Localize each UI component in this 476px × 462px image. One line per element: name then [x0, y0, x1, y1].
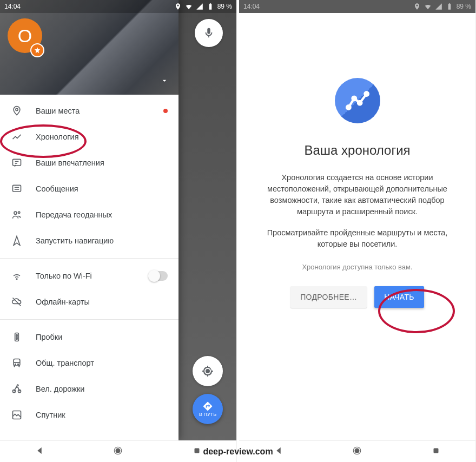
- my-location-button[interactable]: [193, 356, 223, 386]
- home-button[interactable]: [352, 446, 362, 458]
- wifi-icon: [424, 3, 432, 10]
- back-button[interactable]: [35, 446, 44, 458]
- train-icon: [11, 358, 23, 368]
- mic-icon: [203, 27, 215, 39]
- onboarding-body-2: Просматривайте пройденные маршруты и мес…: [255, 227, 459, 250]
- watermark: deep-review.com: [203, 447, 273, 457]
- svg-rect-1: [13, 159, 21, 166]
- onboarding-title: Ваша хронология: [304, 143, 410, 158]
- pin-icon: [11, 105, 23, 116]
- svg-point-25: [365, 92, 368, 96]
- svg-point-4: [18, 212, 20, 213]
- menu-location-sharing[interactable]: Передача геоданных: [0, 202, 178, 228]
- status-battery: 89 %: [217, 3, 232, 10]
- status-icons: 89 %: [174, 3, 232, 10]
- menu-satellite[interactable]: Спутник: [0, 402, 178, 428]
- menu-label: Запустить навигацию: [36, 236, 114, 245]
- menu-bike[interactable]: Вел. дорожки: [0, 376, 178, 402]
- menu-label: Общ. транспорт: [36, 359, 94, 367]
- menu-label: Передача геоданных: [36, 210, 112, 219]
- wifi-icon: [185, 3, 193, 10]
- svg-point-18: [116, 448, 121, 453]
- learn-more-button[interactable]: ПОДРОБНЕЕ…: [290, 286, 367, 308]
- recents-button[interactable]: [192, 446, 202, 458]
- timeline-icon: [11, 131, 23, 142]
- system-nav-bar: [239, 440, 475, 462]
- menu-start-navigation[interactable]: Запустить навигацию: [0, 228, 178, 254]
- menu-label: Только по Wi-Fi: [36, 272, 92, 280]
- drawer-header[interactable]: O: [0, 0, 178, 95]
- phone-left: 14:04 89 % В ПУТЬ O: [0, 0, 237, 462]
- directions-label: В ПУТЬ: [199, 412, 216, 417]
- svg-point-8: [16, 334, 18, 336]
- menu-offline-maps[interactable]: Офлайн-карты: [0, 289, 178, 315]
- svg-point-9: [16, 336, 18, 338]
- system-nav-bar: [0, 440, 236, 462]
- menu-traffic[interactable]: Пробки: [0, 324, 178, 350]
- voice-search-button[interactable]: [195, 19, 223, 47]
- onboarding-footnote: Хронология доступна только вам.: [302, 263, 412, 271]
- start-button[interactable]: НАЧАТЬ: [374, 286, 424, 308]
- menu-your-places[interactable]: Ваши места: [0, 98, 178, 124]
- svg-point-13: [18, 364, 19, 365]
- menu-contributions[interactable]: Ваши впечатления: [0, 150, 178, 176]
- svg-point-23: [352, 97, 356, 101]
- signal-icon: [196, 3, 203, 10]
- menu-label: Сообщения: [36, 184, 78, 193]
- svg-point-3: [14, 212, 17, 214]
- timeline-hero-icon: [335, 78, 380, 123]
- onboarding-body-1: Хронология создается на основе истории м…: [255, 172, 459, 217]
- menu-timeline[interactable]: Хронология: [0, 124, 178, 150]
- status-battery: 89 %: [457, 3, 471, 10]
- traffic-icon: [11, 332, 23, 342]
- svg-point-10: [16, 338, 18, 340]
- onboarding-buttons: ПОДРОБНЕЕ… НАЧАТЬ: [290, 286, 424, 308]
- location-icon: [413, 3, 421, 10]
- signal-icon: [435, 3, 442, 10]
- nav-drawer: O Ваши места Хронология: [0, 0, 178, 440]
- menu-wifi-only[interactable]: Только по Wi-Fi: [0, 263, 178, 289]
- menu-transit[interactable]: Общ. транспорт: [0, 350, 178, 376]
- directions-button[interactable]: В ПУТЬ: [193, 394, 223, 424]
- people-icon: [11, 209, 23, 220]
- battery-icon: [446, 3, 453, 10]
- menu-label: Ваши места: [36, 107, 80, 115]
- battery-icon: [207, 3, 214, 10]
- review-icon: [11, 157, 23, 168]
- divider: [0, 319, 178, 320]
- svg-point-26: [355, 448, 360, 453]
- drawer-menu: Ваши места Хронология Ваши впечатления С…: [0, 95, 178, 440]
- avatar-initial: O: [18, 25, 32, 47]
- svg-point-22: [347, 105, 351, 109]
- notification-dot-icon: [163, 109, 168, 113]
- menu-label: Пробки: [36, 333, 62, 341]
- status-time: 14:04: [243, 3, 260, 10]
- menu-label: Спутник: [36, 411, 65, 419]
- back-button[interactable]: [274, 446, 283, 458]
- svg-point-24: [358, 101, 361, 105]
- svg-rect-20: [195, 448, 200, 453]
- menu-label: Офлайн-карты: [36, 298, 90, 306]
- messages-icon: [11, 183, 23, 194]
- wifi-only-toggle[interactable]: [149, 271, 168, 281]
- phone-right: 14:04 89 % Ваша хронология Хронология со…: [239, 0, 476, 462]
- timeline-onboarding: Ваша хронология Хронология создается на …: [239, 13, 475, 440]
- crosshair-icon: [201, 365, 214, 378]
- status-icons: 89 %: [413, 3, 471, 10]
- wifi-icon: [11, 270, 23, 281]
- menu-messages[interactable]: Сообщения: [0, 176, 178, 202]
- status-bar: 14:04 89 %: [0, 0, 236, 13]
- svg-rect-28: [434, 448, 439, 453]
- svg-point-12: [15, 364, 16, 365]
- status-time: 14:04: [4, 3, 21, 10]
- directions-icon: [202, 401, 213, 412]
- menu-label: Ваши впечатления: [36, 159, 104, 167]
- contributor-badge-icon: [30, 43, 44, 57]
- navigation-icon: [11, 235, 23, 246]
- svg-rect-2: [13, 185, 21, 192]
- status-bar: 14:04 89 %: [239, 0, 475, 13]
- menu-label: Хронология: [36, 133, 78, 141]
- home-button[interactable]: [113, 446, 123, 458]
- account-chevron-down-icon[interactable]: [160, 76, 169, 87]
- recents-button[interactable]: [431, 446, 441, 458]
